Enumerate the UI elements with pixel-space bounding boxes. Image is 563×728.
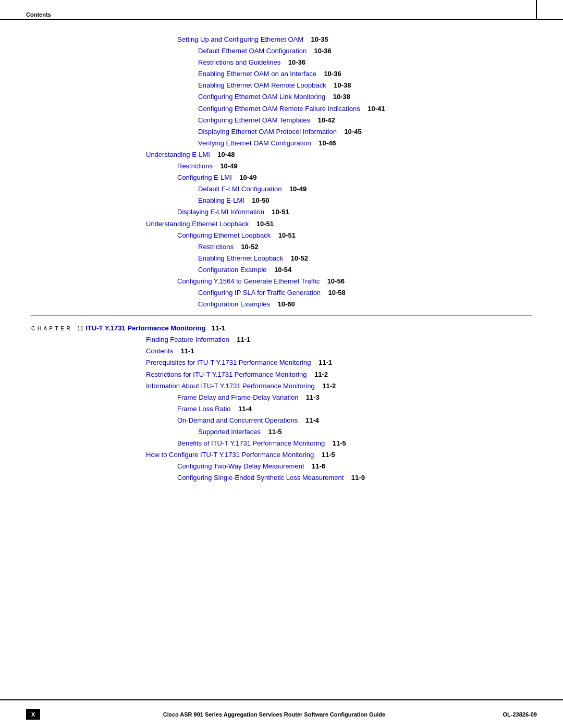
section-divider bbox=[31, 315, 532, 316]
list-item: Enabling Ethernet OAM on an Interface 10… bbox=[198, 68, 532, 80]
list-item: Understanding Ethernet Loopback 10-51 bbox=[146, 218, 532, 230]
list-item: Enabling E-LMI 10-50 bbox=[198, 195, 532, 206]
list-item: Enabling Ethernet OAM Remote Loopback 10… bbox=[198, 80, 532, 91]
list-item: Verifying Ethernet OAM Configuration 10-… bbox=[198, 138, 532, 149]
footer-left: X bbox=[26, 709, 45, 720]
list-item: Configuring Ethernet OAM Link Monitoring… bbox=[198, 91, 532, 103]
content-area: Setting Up and Configuring Ethernet OAM … bbox=[0, 29, 563, 697]
list-item: Prerequisites for ITU-T Y.1731 Performan… bbox=[146, 357, 532, 368]
list-item: Understanding E-LMI 10-48 bbox=[146, 149, 532, 161]
list-item: Configuration Examples 10-60 bbox=[198, 299, 532, 310]
list-item: Default E-LMI Configuration 10-49 bbox=[198, 183, 532, 195]
list-item: Supported interfaces 11-5 bbox=[198, 426, 532, 438]
toc-section-ch10: Setting Up and Configuring Ethernet OAM … bbox=[31, 34, 532, 310]
list-item: Configuring Ethernet OAM Templates 10-42 bbox=[198, 115, 532, 126]
list-item: How to Configure ITU-T Y.1731 Performanc… bbox=[146, 449, 532, 461]
chapter-label: C H A P T E R bbox=[31, 326, 73, 331]
list-item: Frame Loss Ratio 11-4 bbox=[177, 403, 532, 415]
list-item: Frame Delay and Frame-Delay Variation 11… bbox=[177, 392, 532, 403]
list-item: Contents 11-1 bbox=[146, 346, 532, 357]
list-item: Configuring Y.1564 to Generate Ethernet … bbox=[177, 276, 532, 287]
bookmark-label[interactable]: X bbox=[26, 709, 40, 720]
footer-center-text: Cisco ASR 901 Series Aggregation Service… bbox=[45, 711, 503, 718]
footer-right-text: OL-23826-09 bbox=[503, 711, 537, 718]
list-item: Configuring Two-Way Delay Measurement 11… bbox=[177, 461, 532, 472]
toc-section-ch11: Finding Feature Information 11-1 Content… bbox=[31, 334, 532, 484]
top-border bbox=[0, 19, 563, 20]
list-item: Displaying E-LMI Information 10-51 bbox=[177, 206, 532, 218]
chapter-number: 11 bbox=[77, 325, 83, 331]
list-item: Configuring Ethernet Loopback 10-51 bbox=[177, 230, 532, 241]
list-item: Configuration Example 10-54 bbox=[198, 264, 532, 276]
page-footer: X Cisco ASR 901 Series Aggregation Servi… bbox=[0, 699, 563, 728]
page-container: Contents Setting Up and Configuring Ethe… bbox=[0, 0, 563, 728]
list-item: Restrictions for ITU-T Y.1731 Performanc… bbox=[146, 369, 532, 380]
list-item: On-Demand and Concurrent Operations 11-4 bbox=[177, 415, 532, 426]
top-right-line bbox=[536, 0, 537, 19]
list-item: Information About ITU-T Y.1731 Performan… bbox=[146, 380, 532, 392]
chapter-heading: C H A P T E R 11 ITU-T Y.1731 Performanc… bbox=[31, 324, 532, 332]
list-item: Enabling Ethernet Loopback 10-52 bbox=[198, 253, 532, 264]
list-item: Setting Up and Configuring Ethernet OAM … bbox=[177, 34, 532, 45]
list-item: Configuring Single-Ended Synthetic Loss … bbox=[177, 472, 532, 484]
list-item: Restrictions 10-49 bbox=[177, 161, 532, 172]
list-item: Configuring IP SLA for Traffic Generatio… bbox=[198, 287, 532, 299]
list-item: Default Ethernet OAM Configuration 10-36 bbox=[198, 45, 532, 57]
list-item: Displaying Ethernet OAM Protocol Informa… bbox=[198, 126, 532, 138]
list-item: Restrictions and Guidelines 10-36 bbox=[198, 57, 532, 68]
list-item: Restrictions 10-52 bbox=[198, 241, 532, 253]
chapter-title[interactable]: ITU-T Y.1731 Performance Monitoring bbox=[85, 324, 205, 332]
chapter-page: 11-1 bbox=[207, 324, 225, 332]
list-item: Finding Feature Information 11-1 bbox=[146, 334, 532, 346]
list-item: Benefits of ITU-T Y.1731 Performance Mon… bbox=[177, 438, 532, 449]
list-item: Configuring Ethernet OAM Remote Failure … bbox=[198, 103, 532, 115]
list-item: Configuring E-LMI 10-49 bbox=[177, 172, 532, 183]
header-label: Contents bbox=[26, 11, 51, 18]
